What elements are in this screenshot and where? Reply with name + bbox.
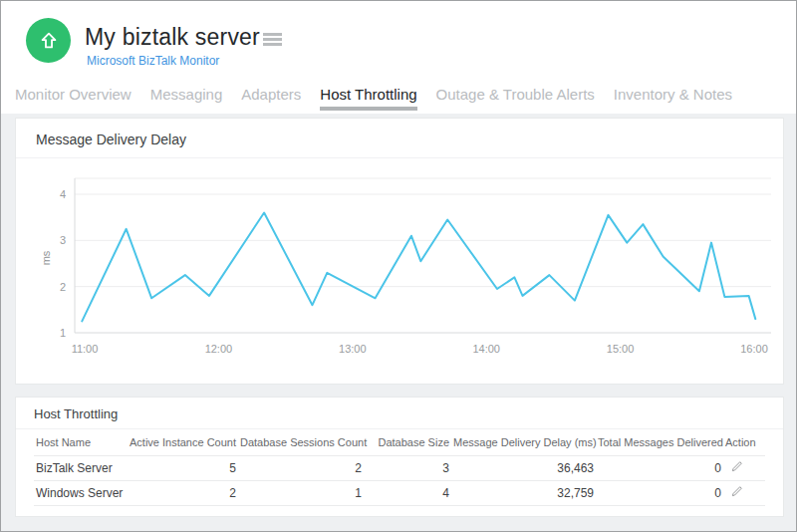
cell-message-delivery-delay-ms: 36,463: [451, 455, 596, 480]
column-header-host-name: Host Name: [34, 429, 127, 455]
cell-total-messages-delivered: 0: [596, 455, 723, 480]
delay-series-line: [82, 213, 755, 322]
up-arrow-icon: [38, 30, 60, 52]
pencil-icon: [731, 485, 743, 497]
table-panel-title: Host Throttling: [16, 398, 783, 429]
column-header-message-delivery-delay-ms: Message Delivery Delay (ms): [451, 429, 596, 455]
table-row-windows-server: Windows Server21432,7590: [34, 480, 765, 505]
cell-database-size: 4: [364, 480, 451, 505]
cell-database-size: 3: [364, 455, 451, 480]
page-title: My biztalk server: [85, 24, 260, 51]
host-throttling-panel: Host Throttling Host NameActive Instance…: [15, 397, 784, 517]
cell-host-name: Windows Server: [34, 480, 127, 505]
column-header-action: Action: [723, 429, 765, 455]
cell-message-delivery-delay-ms: 32,759: [451, 480, 596, 505]
cell-total-messages-delivered: 0: [596, 480, 723, 505]
y-tick-label-4: 4: [60, 188, 66, 200]
table-row-biztalk-server: BizTalk Server52336,4630: [34, 455, 765, 480]
x-tick-label-12-00: 12:00: [205, 343, 233, 355]
y-tick-label-2: 2: [60, 281, 66, 293]
app-header: My biztalk server Microsoft BizTalk Moni…: [1, 1, 796, 113]
x-tick-label-11-00: 11:00: [72, 343, 99, 355]
message-delivery-delay-chart: 1234ms11:0012:0013:0014:0015:0016:00: [16, 158, 783, 384]
tab-outage-trouble-alerts[interactable]: Outage & Trouble Alerts: [436, 86, 595, 111]
chart-panel-title: Message Delivery Delay: [16, 119, 783, 158]
cell-host-name: BizTalk Server: [34, 455, 127, 480]
host-throttling-table: Host NameActive Instance CountDatabase S…: [34, 429, 765, 506]
tab-bar: Monitor OverviewMessagingAdaptersHost Th…: [15, 86, 792, 111]
y-tick-label-3: 3: [60, 234, 66, 246]
x-tick-label-14-00: 14:00: [472, 343, 500, 355]
hamburger-icon[interactable]: [263, 33, 282, 46]
message-delivery-delay-panel: Message Delivery Delay 1234ms11:0012:001…: [15, 118, 784, 385]
edit-row-button[interactable]: [725, 485, 743, 500]
table-header: Host NameActive Instance CountDatabase S…: [34, 429, 765, 455]
x-tick-label-16-00: 16:00: [740, 343, 768, 355]
cell-database-sessions-count: 2: [238, 455, 364, 480]
cell-active-instance-count: 5: [127, 455, 238, 480]
hamburger-bar: [263, 33, 282, 36]
biztalk-monitor-page: { "header": { "title": "My biztalk serve…: [0, 0, 797, 532]
cell-database-sessions-count: 1: [238, 480, 364, 505]
x-tick-label-15-00: 15:00: [607, 343, 635, 355]
monitor-type-link[interactable]: Microsoft BizTalk Monitor: [87, 54, 219, 68]
edit-row-button[interactable]: [725, 460, 743, 475]
column-header-database-sessions-count: Database Sessions Count: [238, 429, 364, 455]
hamburger-bar: [263, 38, 282, 41]
pencil-icon: [731, 460, 743, 472]
cell-action: [723, 455, 765, 480]
column-header-active-instance-count: Active Instance Count: [127, 429, 238, 455]
cell-action: [723, 480, 765, 505]
x-tick-label-13-00: 13:00: [339, 343, 367, 355]
tab-adapters[interactable]: Adapters: [241, 86, 301, 111]
tab-messaging[interactable]: Messaging: [150, 86, 223, 111]
tab-host-throttling[interactable]: Host Throttling: [320, 86, 416, 111]
content-area: Message Delivery Delay 1234ms11:0012:001…: [1, 114, 796, 531]
y-tick-label-1: 1: [60, 327, 66, 339]
hamburger-bar: [263, 43, 282, 46]
tab-monitor-overview[interactable]: Monitor Overview: [15, 86, 132, 111]
y-axis-title: ms: [40, 250, 52, 265]
column-header-database-size: Database Size: [364, 429, 451, 455]
tab-inventory-notes[interactable]: Inventory & Notes: [614, 86, 732, 111]
column-header-total-messages-delivered: Total Messages Delivered: [596, 429, 723, 455]
cell-active-instance-count: 2: [127, 480, 238, 505]
server-status-avatar: [26, 18, 71, 63]
